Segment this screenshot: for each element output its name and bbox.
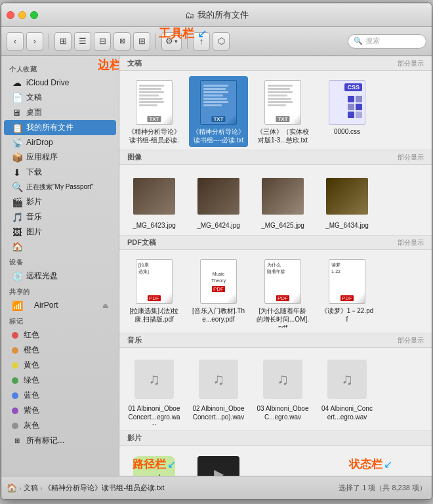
section-music: 音乐 部分显示 ♫ 01 Albinoni_Oboe Concert...egr… [119,333,432,430]
sidebar-item-home[interactable]: 🏠 [4,240,116,254]
sidebar-item-tag-green[interactable]: 绿色 [4,373,116,388]
grid-icon: ⊞ [60,36,67,46]
view-column-button[interactable]: ⊟ [94,32,111,51]
sidebar-item-tag-purple[interactable]: 紫色 [4,403,116,418]
view-list-button[interactable]: ☰ [74,32,91,51]
file-albinoni2[interactable]: ♫ 02 Albinoni_Oboe Concert...po).wav [189,353,248,428]
section-images-title: 图像 [127,152,142,162]
sidebar-item-airport[interactable]: 📶 AirPort ⏏ [4,298,116,313]
back-button[interactable]: ‹ [7,32,24,51]
action-button[interactable]: ⚙ ▾ [161,32,182,51]
file-video[interactable]: ▶ VIDEO VIDEO [189,451,248,476]
sidebar-item-wenzhang-label: 文稿 [26,92,108,103]
window-title: 🗂 我的所有文件 [185,9,249,21]
sidebar-item-tag-yellow-label: 黄色 [24,360,108,371]
share-button[interactable]: ↑ [193,32,210,51]
airport-icon: 📶 [12,301,22,311]
file-jingshen1[interactable]: TXT 《精神分析导论》读书组-组员必读. [125,76,184,147]
wenzhang-files-grid: TXT 《精神分析导论》读书组-组员必读. [119,71,432,150]
sidebar-item-myfiles[interactable]: 📋 我的所有文件 [4,120,116,135]
sidebar-item-tag-green-label: 绿色 [24,375,108,386]
file-mg6425-icon [262,173,304,220]
search-box[interactable]: 🔍 搜索 [348,34,426,49]
sidebar-item-apps-label: 应用程序 [26,152,108,163]
file-rmvb[interactable]: rmvb rmvb [125,451,184,476]
sidebar-item-movies[interactable]: 🎬 影片 [4,194,116,209]
searching-icon: 🔍 [12,182,22,192]
sidebar-item-airport-label: AirPort [26,300,98,311]
sidebar-item-tag-orange[interactable]: 橙色 [4,343,116,358]
cover-icon: ⊠ [119,37,125,45]
file-albinoni1[interactable]: ♫ 01 Albinoni_Oboe Concert...egro.wav [125,353,184,428]
view-cover-button[interactable]: ⊠ [113,32,131,51]
file-mg6424[interactable]: _MG_6424.jpg [189,170,248,232]
section-movies: 影片 rmvb rmvb [119,430,432,476]
sidebar-section-personal: 个人收藏 [1,61,119,75]
file-css[interactable]: CSS 0000.css [318,76,377,147]
sidebar-item-downloads[interactable]: ⬇ 下载 [4,165,116,180]
view-extra-button[interactable]: ⊞ [133,32,150,51]
file-jingshen1-name: 《精神分析导论》读书组-组员必读. [127,127,181,144]
file-music-theory[interactable]: MusicTheory PDF [音乐入门教材].The...eory.pdf [189,255,248,330]
share-icon: ↑ [199,36,204,46]
sidebar-item-all-tags[interactable]: ⊞ 所有标记... [4,433,116,448]
pdf-files-grid: [拉康选集] PDF [拉康选集].(法)拉康.扫描版.pdf MusicThe… [119,250,432,333]
section-pdf: PDF文稿 部分显示 [拉康选集] PDF [拉康选集].(法)拉康.扫描版.p… [119,235,432,333]
file-aging[interactable]: 为什么随着年龄 PDF [为什么随着年龄的增长时间...OM].pdf [253,255,312,330]
finder-window: 🗂 我的所有文件 ‹ › ⊞ ☰ ⊟ ⊠ [1,3,432,500]
file-santi[interactable]: TXT 《三体》（实体校对版1-3...慈欣.txt [253,76,312,147]
sidebar-item-downloads-label: 下载 [26,167,108,178]
sidebar-item-airdrop[interactable]: 📡 AirDrop [4,135,116,150]
file-css-icon: CSS [326,79,368,126]
view-icon-button[interactable]: ⊞ [54,32,72,51]
tag-purple-dot [12,408,18,414]
path-file[interactable]: 《精神分析导论》读书组-组员必读.txt [44,483,164,493]
extra-icon: ⊞ [138,36,146,46]
sidebar-item-tag-gray[interactable]: 灰色 [4,418,116,433]
toolbar-wrapper: ‹ › ⊞ ☰ ⊟ ⊠ ⊞ ⚙ [1,27,432,56]
status-count: 选择了 1 项（共 8,238 项） [339,483,426,493]
file-albinoni4[interactable]: ♫ 04 Albinoni_Concert...egro.wav [318,353,377,428]
file-albinoni3-name: 03 Albinoni_Oboe C...egro.wav [256,404,310,421]
file-mg6425[interactable]: _MG_6425.jpg [253,170,312,232]
wenzhang-icon: 📄 [12,93,22,103]
file-albinoni1-icon: ♫ [133,356,175,403]
sidebar-item-music[interactable]: 🎵 音乐 [4,209,116,224]
tag-button[interactable]: ⬡ [213,32,230,51]
sidebar-item-pictures-label: 图片 [26,226,108,238]
close-button[interactable] [7,11,14,19]
forward-button[interactable]: › [26,32,43,51]
path-wenzhang[interactable]: 文稿 [24,483,38,493]
sidebar-item-wenzhang[interactable]: 📄 文稿 [4,90,116,105]
file-mg6434[interactable]: _MG_6434.jpg [318,170,377,232]
gear-icon: ⚙ [165,36,173,46]
file-mg6423[interactable]: _MG_6423.jpg [125,170,184,232]
remote-disk-icon: 💿 [12,271,22,282]
sidebar-item-tag-red[interactable]: 红色 [4,327,116,343]
sidebar-item-icloud[interactable]: ☁ iCloud Drive [4,75,116,90]
sidebar-item-tag-yellow[interactable]: 黄色 [4,358,116,373]
sidebar-item-music-label: 音乐 [26,211,108,222]
tag-blue-dot [12,392,18,399]
pathbar: 🏠 › 文稿 › 《精神分析导论》读书组-组员必读.txt [7,483,335,493]
search-icon: 🔍 [354,37,363,45]
file-lakang[interactable]: [拉康选集] PDF [拉康选集].(法)拉康.扫描版.pdf [125,255,184,330]
toolbar-separator-2 [155,33,156,49]
sidebar-item-pictures[interactable]: 🖼 图片 [4,224,116,240]
sidebar-item-remote-disk[interactable]: 💿 远程光盘 [4,268,116,284]
eject-icon[interactable]: ⏏ [102,302,108,309]
file-santi-icon: TXT [262,79,304,126]
zoom-button[interactable] [30,11,38,19]
sidebar-item-searching[interactable]: 🔍 正在搜索"My Passport" [4,180,116,194]
list-icon: ☰ [79,36,87,46]
minimize-button[interactable] [18,11,26,19]
file-rmvb-icon: rmvb [133,453,175,476]
file-dream[interactable]: 读梦1-22 PDF 《读梦》1－22.pdf [318,255,377,330]
sidebar-item-apps[interactable]: 📦 应用程序 [4,150,116,165]
toolbar: ‹ › ⊞ ☰ ⊟ ⊠ ⊞ ⚙ [1,27,432,56]
file-albinoni3[interactable]: ♫ 03 Albinoni_Oboe C...egro.wav [253,353,312,428]
sidebar-item-desktop[interactable]: 🖥 桌面 [4,105,116,120]
sidebar-item-tag-blue[interactable]: 蓝色 [4,388,116,403]
file-jingshen2[interactable]: TXT 《精神分析导论》读书组----必读.txt [189,76,248,147]
section-wenzhang: 文稿 部分显示 [119,56,432,150]
